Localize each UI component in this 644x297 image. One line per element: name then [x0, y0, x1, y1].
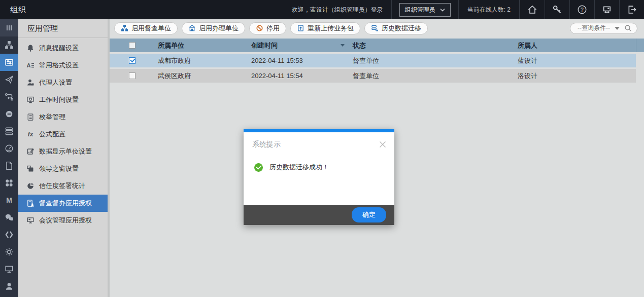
- cell-created: 2022-04-11 15:53: [248, 57, 349, 64]
- rail-item-apps[interactable]: [0, 174, 18, 192]
- help-button[interactable]: ?: [569, 0, 594, 19]
- rail-item-user[interactable]: [0, 278, 18, 295]
- dialog-title: 系统提示: [252, 140, 281, 149]
- enable-handle-unit-button[interactable]: 启用办理单位: [182, 22, 245, 34]
- svg-text:fx: fx: [28, 131, 34, 138]
- database-icon: [5, 127, 14, 136]
- logout-button[interactable]: [619, 0, 644, 19]
- sidebar-item-data-unit[interactable]: 数据显示单位设置: [18, 143, 108, 160]
- rail-item-m[interactable]: M: [0, 192, 18, 209]
- sidebar-title: 应用管理: [18, 19, 108, 38]
- rail-item-send[interactable]: [0, 71, 18, 88]
- welcome-text: 欢迎，蓝设计（组织管理员）登录: [284, 0, 391, 19]
- reupload-package-icon: [297, 24, 304, 32]
- cell-unit: 武侯区政府: [154, 71, 248, 81]
- row-checkbox-cell: [110, 72, 154, 79]
- button-label: 停用: [266, 24, 280, 33]
- cell-owner: 蓝设计: [514, 56, 636, 65]
- sidebar-item-label: 代理人设置: [39, 78, 72, 87]
- row-checkbox[interactable]: [129, 57, 135, 64]
- sidebar-item-worktime[interactable]: 工作时间设置: [18, 91, 108, 108]
- sidebar-item-message-remind[interactable]: 消息提醒设置: [18, 40, 108, 57]
- column-header-unit[interactable]: 所属单位: [154, 41, 248, 50]
- toolbar-buttons: 启用督查单位 启用办理单位 停用: [114, 22, 428, 34]
- rail-item-org-tree[interactable]: [0, 36, 18, 54]
- sidebar-item-label: 消息提醒设置: [39, 44, 79, 53]
- rail-item-badge[interactable]: [0, 105, 18, 123]
- rail-item-settings[interactable]: [0, 243, 18, 261]
- search-icon[interactable]: [624, 24, 632, 32]
- icon-rail: M: [0, 19, 18, 297]
- query-condition-label: --查询条件--: [578, 24, 610, 32]
- workstation-button[interactable]: [594, 0, 619, 19]
- table-row[interactable]: 武侯区政府 2022-04-11 15:54 督查单位 洛设计: [110, 69, 636, 83]
- password-button[interactable]: [545, 0, 569, 19]
- cell-unit: 成都市政府: [154, 56, 248, 65]
- close-icon[interactable]: [379, 140, 387, 148]
- topbar: 组织 欢迎，蓝设计（组织管理员）登录 组织管理员 当前在线人数: 2: [0, 0, 644, 19]
- bell-icon: [26, 44, 35, 53]
- reupload-package-button[interactable]: 重新上传业务包: [290, 22, 360, 34]
- monitor-icon: [5, 265, 14, 274]
- sidebar-item-leader-window[interactable]: 领导之窗设置: [18, 160, 108, 177]
- select-all-checkbox[interactable]: [129, 42, 135, 49]
- home-button[interactable]: [520, 0, 545, 19]
- table-row[interactable]: 成都市政府 2022-04-11 15:53 督查单位 蓝设计: [110, 54, 636, 67]
- sidebar-item-supervise-auth[interactable]: 督查督办应用授权: [18, 195, 108, 212]
- toolbar: 启用督查单位 启用办理单位 停用: [110, 19, 644, 37]
- sidebar-item-meeting-auth[interactable]: 会议管理应用授权: [18, 212, 108, 229]
- column-header-owner[interactable]: 所属人: [514, 41, 636, 50]
- rail-item-app-settings[interactable]: [0, 54, 18, 71]
- units-table: 所属单位 创建时间 状态 所属人 成都市政府 2022-04-11 15:53 …: [110, 39, 644, 83]
- role-dropdown[interactable]: 组织管理员: [399, 3, 451, 17]
- sidebar-list: 消息提醒设置 A 常用格式设置 代理人设置: [18, 38, 108, 229]
- button-label: 历史数据迁移: [382, 24, 421, 33]
- enable-handle-unit-icon: [188, 24, 196, 32]
- sidebar-item-format[interactable]: A 常用格式设置: [18, 57, 108, 74]
- home-icon: [527, 5, 537, 15]
- rail-item-dashboard[interactable]: [0, 140, 18, 157]
- chat-icon: [5, 213, 14, 222]
- agent-icon: [26, 78, 35, 87]
- workflow-icon: [5, 92, 14, 101]
- cell-created: 2022-04-11 15:54: [248, 72, 349, 80]
- workstation-icon: [602, 5, 612, 15]
- rail-item-code[interactable]: [0, 226, 18, 243]
- online-count: 当前在线人数: 2: [459, 0, 520, 19]
- app-settings-icon: [5, 58, 14, 67]
- rail-item-database[interactable]: [0, 123, 18, 140]
- success-check-icon: [254, 163, 263, 172]
- sort-desc-icon[interactable]: [341, 44, 345, 47]
- query-condition-dropdown[interactable]: --查询条件--: [570, 23, 637, 34]
- disable-icon: [256, 24, 263, 32]
- sidebar-item-agent[interactable]: 代理人设置: [18, 74, 108, 91]
- rail-item-chat[interactable]: [0, 209, 18, 226]
- ok-button[interactable]: 确定: [352, 207, 386, 222]
- column-header-status[interactable]: 状态: [349, 41, 514, 50]
- sidebar-item-enum[interactable]: 枚举管理: [18, 108, 108, 126]
- sidebar-item-label: 枚举管理: [39, 113, 65, 122]
- worktime-icon: [26, 95, 35, 104]
- rail-item-workflow[interactable]: [0, 88, 18, 105]
- sidebar-item-label: 公式配置: [39, 130, 65, 139]
- cell-status: 督查单位: [349, 71, 514, 81]
- topbar-right: 欢迎，蓝设计（组织管理员）登录 组织管理员 当前在线人数: 2: [284, 0, 644, 19]
- system-prompt-dialog: 系统提示 历史数据迁移成功！ 确定: [244, 129, 394, 225]
- collapse-button[interactable]: [0, 19, 18, 36]
- row-checkbox[interactable]: [129, 72, 135, 79]
- disable-button[interactable]: 停用: [249, 22, 286, 34]
- column-header-created[interactable]: 创建时间: [248, 41, 349, 50]
- row-checkbox-cell: [110, 57, 154, 64]
- rail-item-document[interactable]: [0, 157, 18, 174]
- sidebar-item-label: 信任度签署统计: [39, 181, 85, 191]
- enable-supervise-unit-button[interactable]: 启用督查单位: [114, 22, 178, 34]
- history-migrate-button[interactable]: 历史数据迁移: [364, 22, 428, 34]
- sidebar-item-formula[interactable]: fx 公式配置: [18, 126, 108, 143]
- data-unit-icon: [26, 147, 35, 156]
- formula-icon: fx: [26, 130, 35, 139]
- rail-item-monitor[interactable]: [0, 261, 18, 278]
- sidebar-item-trust-stats[interactable]: 信任度签署统计: [18, 177, 108, 195]
- svg-text:?: ?: [581, 7, 584, 13]
- cell-owner: 洛设计: [514, 71, 636, 81]
- role-dropdown-label: 组织管理员: [405, 6, 435, 14]
